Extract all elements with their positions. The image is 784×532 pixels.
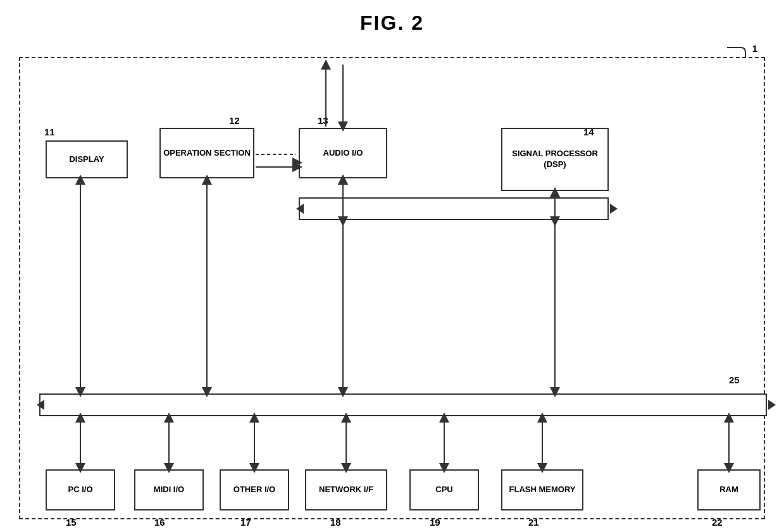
ref-13: 13 [318, 115, 328, 126]
ref-1: 1 [752, 43, 757, 54]
arrows-overlay [20, 58, 764, 518]
ref-25: 25 [729, 374, 740, 385]
bus-top-arrow-right [610, 204, 618, 214]
bus-bottom-arrow-right [768, 400, 776, 410]
block-pc: PC I/O [46, 469, 115, 510]
bus-top-arrow-left [296, 204, 304, 214]
block-ram: RAM [697, 469, 761, 510]
figure-title: FIG. 2 [0, 0, 784, 35]
block-display: DISPLAY [46, 140, 128, 178]
block-operation: OPERATION SECTION [159, 128, 254, 178]
bus-top [299, 197, 609, 220]
block-network: NETWORK I/F [305, 469, 387, 510]
ref-18: 18 [330, 517, 341, 528]
block-audio: AUDIO I/O [299, 128, 387, 178]
bus-bottom [39, 393, 767, 416]
ref-11: 11 [44, 127, 55, 137]
ref-16: 16 [154, 517, 165, 528]
ref-12: 12 [229, 115, 240, 126]
bus-bottom-arrow-left [37, 400, 44, 410]
block-other: OTHER I/O [220, 469, 289, 510]
ref-17: 17 [240, 517, 251, 528]
ref-14: 14 [583, 127, 594, 137]
main-container: 27 25 DISPLAY 11 OPERATION SECTION 12 AU… [19, 57, 765, 519]
block-flash: FLASH MEMORY [501, 469, 583, 510]
block-signal: SIGNAL PROCESSOR (DSP) [501, 128, 609, 191]
ref-19: 19 [430, 517, 440, 528]
block-midi: MIDI I/O [134, 469, 204, 510]
ref-15: 15 [66, 517, 77, 528]
ref-22: 22 [712, 517, 723, 528]
ref-21: 21 [528, 517, 539, 528]
block-cpu: CPU [409, 469, 479, 510]
page: { "title": "FIG. 2", "ref_main": "1", "b… [0, 0, 784, 532]
